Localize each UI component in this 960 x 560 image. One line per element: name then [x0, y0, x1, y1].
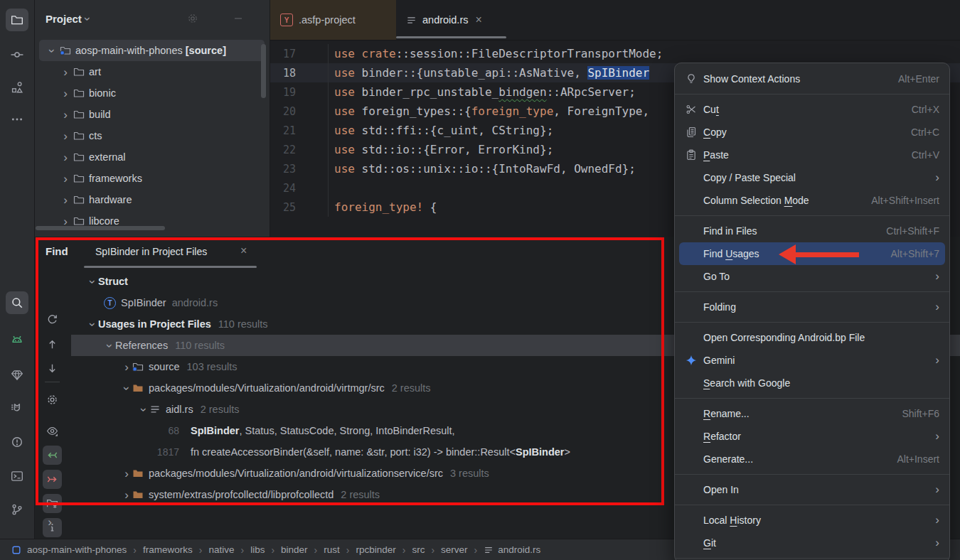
menu-item-open-in[interactable]: Open In› [679, 478, 945, 501]
tree-item-hardware[interactable]: ›hardware [34, 189, 270, 210]
chevron-down-icon: › [46, 45, 58, 56]
tree-item-bionic[interactable]: ›bionic [34, 82, 270, 104]
menu-item-gemini[interactable]: Gemini› [679, 349, 945, 372]
toolbar-button-more-tool-windows[interactable] [6, 108, 28, 131]
find-toolbar-next-result[interactable] [43, 359, 62, 378]
project-horizontal-scrollbar[interactable] [36, 226, 165, 230]
hide-panel-icon[interactable] [233, 13, 244, 24]
line-number: 22 [270, 140, 329, 159]
breadcrumb-item-src[interactable]: src [412, 544, 425, 555]
menu-item-find-in-files[interactable]: Find in FilesCtrl+Shift+F [679, 220, 945, 242]
tab-asfp-project[interactable]: Y .asfp-project [270, 0, 396, 40]
find-results-tab[interactable]: SpIBinder in Project Files [95, 246, 207, 257]
breadcrumb-item-frameworks[interactable]: frameworks [143, 544, 193, 555]
menu-item-label: Find Usages [703, 248, 759, 259]
project-panel-header[interactable]: Project › [34, 0, 270, 37]
tree-item-frameworks[interactable]: ›frameworks [34, 168, 270, 189]
find-toolbar-next-occurrence[interactable] [43, 470, 62, 489]
menu-icon-slot [685, 514, 698, 527]
folder-filled-icon [132, 382, 144, 394]
menu-item-label: Open In [703, 484, 739, 495]
menu-item-search-with-google[interactable]: Search with Google [679, 372, 945, 394]
breadcrumb-item-rpcbinder[interactable]: rpcbinder [356, 544, 395, 555]
menu-item-show-context-actions[interactable]: Show Context ActionsAlt+Enter [679, 68, 945, 90]
usage-code-text: fn createAccessorBinder(&self, name: &st… [191, 446, 570, 458]
close-find-tab-icon[interactable]: × [240, 244, 247, 257]
breadcrumb-item-rust[interactable]: rust [324, 544, 340, 555]
menu-item-refactor[interactable]: Refactor› [679, 425, 945, 448]
tree-item-aosp-main-with-phones[interactable]: ›aosp-main-with-phones [source] [39, 40, 265, 61]
breadcrumb-item-server[interactable]: server [441, 544, 468, 555]
commit-icon [11, 48, 23, 61]
menu-item-folding[interactable]: Folding› [679, 296, 945, 318]
find-toolbar [34, 271, 71, 539]
menu-item-paste[interactable]: PasteCtrl+V [679, 144, 945, 166]
menu-item-go-to[interactable]: Go To› [679, 265, 945, 288]
menu-item-label: Cut [703, 104, 719, 115]
menu-icon-slot [685, 270, 698, 283]
menu-item-label: Go To [703, 271, 730, 282]
lightbulb-icon [685, 72, 698, 85]
toolbar-button-project[interactable] [6, 9, 28, 31]
gear-icon[interactable] [187, 13, 198, 24]
find-toolbar-settings[interactable] [43, 390, 62, 409]
menu-separator [675, 94, 949, 95]
tree-item-art[interactable]: ›art [34, 61, 270, 82]
toolbar-button-app-quality-insights[interactable] [6, 364, 28, 387]
menu-item-cut[interactable]: CutCtrl+X [679, 98, 945, 121]
menu-item-copy-paste-special[interactable]: Copy / Paste Special› [679, 166, 945, 189]
breadcrumb: aosp-main-with-phones›frameworks›native›… [11, 544, 666, 556]
tab-android-rs[interactable]: android.rs × [396, 0, 506, 40]
breadcrumb-item-aosp-main-with-phones[interactable]: aosp-main-with-phones [27, 544, 127, 555]
breadcrumb-item-native[interactable]: native [208, 544, 234, 555]
menu-item-open-corresponding-android-bp-file[interactable]: Open Corresponding Android.bp File [679, 326, 945, 349]
tree-item-external[interactable]: ›external [34, 146, 270, 168]
toolbar-button-profiler[interactable] [6, 396, 28, 419]
chevron-right-icon: › [60, 215, 71, 227]
toolbar-button-logcat[interactable] [6, 328, 28, 351]
menu-item-find-usages[interactable]: Find UsagesAlt+Shift+7 [679, 242, 945, 265]
usage-line-number: 1817 [155, 446, 179, 458]
tab-label: .asfp-project [299, 14, 356, 26]
menu-item-git[interactable]: Git› [679, 532, 945, 554]
menu-shortcut: Alt+Shift+7 [891, 248, 940, 259]
find-toolbar-previous-result[interactable] [43, 335, 62, 354]
find-toolbar-open-results-in-new-tab[interactable] [43, 494, 62, 513]
project-vertical-scrollbar[interactable] [261, 44, 266, 98]
breadcrumb-item-binder[interactable]: binder [281, 544, 308, 555]
menu-item-copy[interactable]: CopyCtrl+C [679, 121, 945, 144]
menu-item-label: Paste [703, 149, 729, 161]
toolbar-button-find[interactable] [6, 291, 28, 314]
tree-item-cts[interactable]: ›cts [34, 125, 270, 146]
code-text: use foreign_types::{foreign_type, Foreig… [334, 104, 649, 118]
line-number: 17 [270, 44, 329, 63]
toolbar-button-version-control[interactable] [6, 498, 28, 521]
breadcrumb-item-android-rs[interactable]: android.rs [484, 544, 540, 555]
menu-item-local-history[interactable]: Local History› [679, 509, 945, 532]
tree-item-build[interactable]: ›build [34, 104, 270, 125]
menu-shortcut: Shift+F6 [902, 408, 939, 419]
menu-item-column-selection-mode[interactable]: Column Selection ModeAlt+Shift+Insert [679, 189, 945, 212]
chevron-right-icon: › [121, 468, 132, 480]
cat-icon [11, 401, 23, 414]
close-tab-icon[interactable]: × [475, 14, 481, 26]
toolbar-button-problems[interactable] [6, 431, 28, 453]
line-number: 25 [270, 198, 329, 217]
toolbar-button-terminal[interactable] [6, 465, 28, 488]
toolbar-button-structure[interactable] [6, 76, 28, 99]
folder-badge-icon [132, 361, 144, 372]
breadcrumb-item-libs[interactable]: libs [250, 544, 265, 555]
copy-icon [685, 126, 698, 139]
toolbar-button-commit[interactable] [6, 43, 28, 66]
find-toolbar-rerun-search[interactable] [43, 310, 62, 329]
line-number: 24 [270, 178, 329, 198]
paste-icon [685, 149, 698, 161]
menu-item-rename[interactable]: Rename...Shift+F6 [679, 402, 945, 425]
find-toolbar-preview[interactable] [43, 421, 62, 441]
code-line-17[interactable]: 17use crate::session::FileDescriptorTran… [270, 44, 960, 63]
active-tab-indicator [396, 36, 506, 38]
menu-item-generate[interactable]: Generate...Alt+Insert [679, 448, 945, 470]
expand-chevron-icon[interactable]: › [44, 516, 55, 528]
find-toolbar-previous-occurrence[interactable] [43, 446, 62, 465]
submenu-arrow-icon: › [935, 513, 939, 527]
